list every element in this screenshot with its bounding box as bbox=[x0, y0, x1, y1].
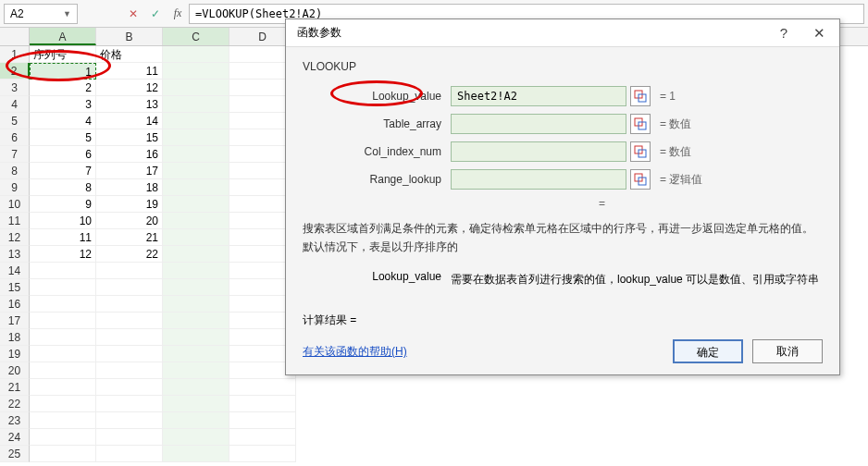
cell[interactable] bbox=[163, 346, 229, 362]
cell[interactable] bbox=[163, 446, 229, 462]
ref-edit-icon[interactable] bbox=[630, 141, 651, 162]
cell[interactable]: 12 bbox=[30, 246, 96, 263]
row-header[interactable]: 23 bbox=[0, 412, 30, 429]
cell[interactable] bbox=[229, 396, 296, 412]
cell[interactable] bbox=[30, 329, 96, 346]
cell[interactable] bbox=[163, 429, 229, 446]
row-header[interactable]: 14 bbox=[0, 263, 30, 279]
cell[interactable] bbox=[30, 313, 96, 329]
cell[interactable] bbox=[96, 329, 163, 346]
cell[interactable]: 14 bbox=[96, 113, 163, 129]
cell[interactable]: 7 bbox=[30, 163, 96, 179]
ref-edit-icon[interactable] bbox=[630, 114, 651, 134]
cell[interactable]: 1 bbox=[30, 63, 96, 80]
cell[interactable] bbox=[163, 196, 229, 213]
cell[interactable]: 序列号 bbox=[30, 46, 96, 63]
arg-input-table-array[interactable] bbox=[451, 114, 626, 134]
help-icon[interactable]: ? bbox=[769, 23, 799, 43]
cell[interactable]: 15 bbox=[96, 129, 163, 146]
cell[interactable] bbox=[163, 396, 229, 412]
cell[interactable] bbox=[30, 362, 96, 379]
cell[interactable] bbox=[30, 412, 96, 429]
cell[interactable] bbox=[163, 63, 229, 80]
ok-button[interactable]: 确定 bbox=[673, 339, 743, 363]
cell[interactable] bbox=[30, 396, 96, 412]
cell[interactable] bbox=[163, 213, 229, 229]
cell[interactable] bbox=[229, 446, 296, 462]
cell[interactable]: 21 bbox=[96, 229, 163, 246]
cell[interactable] bbox=[96, 263, 163, 279]
row-header[interactable]: 12 bbox=[0, 229, 30, 246]
cell[interactable] bbox=[163, 296, 229, 313]
select-all-corner[interactable] bbox=[0, 28, 30, 45]
chevron-down-icon[interactable]: ▼ bbox=[63, 9, 71, 18]
row-header[interactable]: 19 bbox=[0, 346, 30, 362]
cell[interactable] bbox=[96, 362, 163, 379]
row-header[interactable]: 20 bbox=[0, 362, 30, 379]
cell[interactable] bbox=[229, 379, 296, 396]
arg-input-range-lookup[interactable] bbox=[451, 169, 626, 190]
cell[interactable] bbox=[163, 313, 229, 329]
row-header[interactable]: 25 bbox=[0, 446, 30, 462]
row-header[interactable]: 17 bbox=[0, 313, 30, 329]
cell[interactable] bbox=[229, 429, 296, 446]
row-header[interactable]: 24 bbox=[0, 429, 30, 446]
cell[interactable] bbox=[96, 429, 163, 446]
cell[interactable] bbox=[96, 313, 163, 329]
cell[interactable]: 价格 bbox=[96, 46, 163, 63]
cell[interactable] bbox=[163, 362, 229, 379]
cell[interactable]: 4 bbox=[30, 113, 96, 129]
cancel-formula-icon[interactable]: ✕ bbox=[122, 7, 144, 20]
row-header[interactable]: 13 bbox=[0, 246, 30, 263]
arg-input-col-index[interactable] bbox=[451, 141, 626, 162]
row-header[interactable]: 6 bbox=[0, 129, 30, 146]
row-header[interactable]: 3 bbox=[0, 80, 30, 96]
cell[interactable]: 22 bbox=[96, 246, 163, 263]
cell[interactable]: 20 bbox=[96, 213, 163, 229]
dialog-titlebar[interactable]: 函数参数 ? ✕ bbox=[286, 19, 839, 47]
arg-input-lookup-value[interactable]: Sheet2!A2 bbox=[451, 86, 626, 106]
cell[interactable] bbox=[30, 263, 96, 279]
cell[interactable] bbox=[163, 146, 229, 163]
cell[interactable]: 11 bbox=[30, 229, 96, 246]
row-header[interactable]: 9 bbox=[0, 179, 30, 196]
cell[interactable] bbox=[30, 446, 96, 462]
cell[interactable]: 16 bbox=[96, 146, 163, 163]
row-header[interactable]: 7 bbox=[0, 146, 30, 163]
cell[interactable]: 3 bbox=[30, 96, 96, 113]
row-header[interactable]: 16 bbox=[0, 296, 30, 313]
cell[interactable] bbox=[96, 446, 163, 462]
row-header[interactable]: 2 bbox=[0, 63, 30, 80]
cell[interactable] bbox=[96, 296, 163, 313]
ref-edit-icon[interactable] bbox=[630, 169, 651, 190]
cell[interactable] bbox=[96, 412, 163, 429]
cancel-button[interactable]: 取消 bbox=[752, 339, 823, 363]
cell[interactable] bbox=[163, 46, 229, 63]
cell[interactable] bbox=[163, 379, 229, 396]
ref-edit-icon[interactable] bbox=[630, 86, 651, 106]
cell[interactable]: 6 bbox=[30, 146, 96, 163]
cell[interactable] bbox=[163, 412, 229, 429]
cell[interactable] bbox=[163, 113, 229, 129]
cell[interactable] bbox=[229, 412, 296, 429]
cell[interactable] bbox=[163, 129, 229, 146]
cell[interactable] bbox=[30, 279, 96, 296]
cell[interactable]: 13 bbox=[96, 96, 163, 113]
row-header[interactable]: 18 bbox=[0, 329, 30, 346]
close-icon[interactable]: ✕ bbox=[804, 23, 834, 43]
cell[interactable]: 2 bbox=[30, 80, 96, 96]
cell[interactable] bbox=[163, 179, 229, 196]
cell[interactable] bbox=[96, 346, 163, 362]
cell[interactable]: 10 bbox=[30, 213, 96, 229]
cell[interactable]: 5 bbox=[30, 129, 96, 146]
cell[interactable]: 17 bbox=[96, 163, 163, 179]
col-header-a[interactable]: A bbox=[30, 28, 96, 45]
name-box[interactable]: A2 ▼ bbox=[4, 4, 78, 24]
row-header[interactable]: 15 bbox=[0, 279, 30, 296]
cell[interactable] bbox=[163, 96, 229, 113]
cell[interactable] bbox=[163, 229, 229, 246]
cell[interactable]: 18 bbox=[96, 179, 163, 196]
cell[interactable] bbox=[96, 279, 163, 296]
cell[interactable] bbox=[163, 263, 229, 279]
cell[interactable]: 8 bbox=[30, 179, 96, 196]
